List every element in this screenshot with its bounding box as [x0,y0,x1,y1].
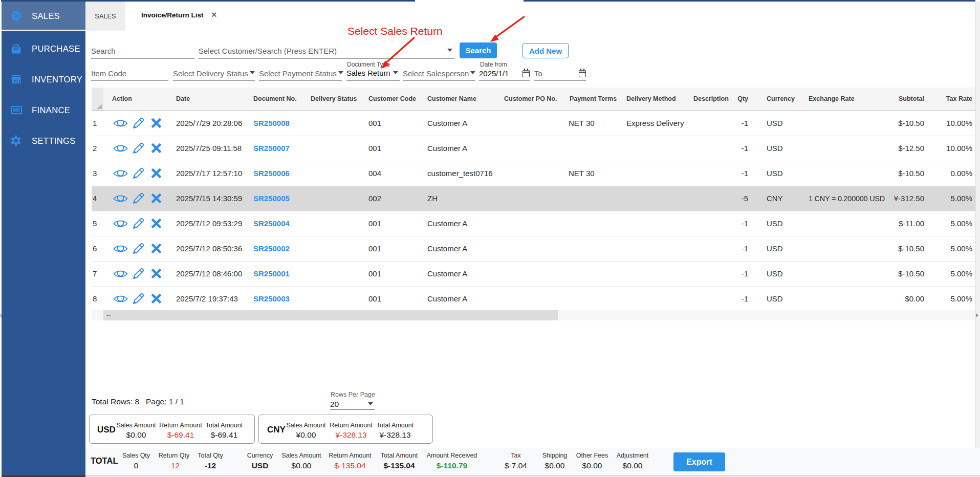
svg-text:100: 100 [14,109,19,112]
